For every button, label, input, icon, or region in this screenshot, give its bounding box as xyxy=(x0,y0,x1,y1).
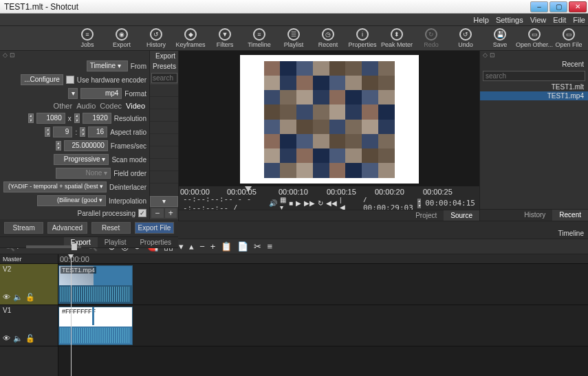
advanced-button[interactable]: Advanced xyxy=(47,222,87,234)
recent-item[interactable]: TEST1.mp4 xyxy=(480,91,588,100)
interp-dropdown[interactable]: (Bilinear (good xyxy=(37,195,106,206)
openfile-button[interactable]: ▭Open File xyxy=(554,27,584,49)
chevron-down-icon[interactable]: ▾ xyxy=(179,241,184,252)
undo-button[interactable]: ↺Undo xyxy=(450,27,481,49)
openother-button[interactable]: ▭Open Other... xyxy=(519,27,549,49)
timeline-playhead[interactable] xyxy=(71,254,72,376)
history-button[interactable]: ↺History xyxy=(141,27,171,49)
menu-view[interactable]: View xyxy=(530,16,547,24)
presets-list[interactable] xyxy=(150,85,178,196)
menu-settings[interactable]: Settings xyxy=(496,16,523,24)
skip-start-button[interactable]: |◀ xyxy=(340,196,345,211)
timeline-ruler[interactable]: 00:00:00 xyxy=(58,254,588,264)
res-height-input[interactable]: 1920 xyxy=(83,113,111,124)
clip[interactable]: TEST1.mp4 xyxy=(58,265,133,304)
grid-icon[interactable]: ▦ ▾ xyxy=(280,196,286,211)
save-button[interactable]: 💾Save xyxy=(485,27,515,49)
lock-icon[interactable]: 🔓 xyxy=(25,293,35,302)
export-button[interactable]: ◉Export xyxy=(107,27,137,49)
maximize-button[interactable]: ▢ xyxy=(549,1,567,12)
tab-audio[interactable]: Audio xyxy=(76,102,96,110)
close-button[interactable]: ✕ xyxy=(569,1,587,12)
master-track-header[interactable]: Master xyxy=(0,254,58,264)
peakmeter-button[interactable]: ⬍Peak Meter xyxy=(382,27,412,49)
recent-item[interactable]: TEST1.mlt xyxy=(480,82,588,91)
playlist-button[interactable]: ☰Playlist xyxy=(279,27,309,49)
asp-a-spinner[interactable]: ▴▾ xyxy=(45,127,50,137)
play-button[interactable]: ▶ xyxy=(296,199,301,207)
parallel-checkbox[interactable]: ✓ xyxy=(138,209,146,217)
clip[interactable]: #FFFFFFFF xyxy=(58,307,133,345)
recent-button[interactable]: ◷Recent xyxy=(313,27,343,49)
position-display[interactable]: 00:00:04:15 xyxy=(425,199,475,208)
redo-button[interactable]: ↻Redo xyxy=(416,27,446,49)
track-header-v2[interactable]: V2 👁🔈🔓 xyxy=(0,264,58,305)
track-header-v1[interactable]: V1 👁🔈🔓 xyxy=(0,305,58,346)
minus-icon[interactable]: − xyxy=(199,241,205,252)
field-dropdown[interactable]: None xyxy=(56,168,111,179)
scan-dropdown[interactable]: Progressive xyxy=(54,154,109,165)
reset-button[interactable]: Reset xyxy=(91,222,131,234)
export-file-button[interactable]: Export File xyxy=(135,222,174,234)
volume-icon[interactable]: 🔊 xyxy=(269,199,277,207)
menu-icon[interactable]: ≡ xyxy=(267,241,272,252)
stream-button[interactable]: Stream xyxy=(4,222,43,234)
fps-input[interactable]: 25.000000 xyxy=(64,140,108,151)
presets-search-input[interactable] xyxy=(151,73,177,83)
tab-other[interactable]: Other xyxy=(54,102,73,110)
keyframes-button[interactable]: ◆Keyframes xyxy=(175,27,206,49)
properties-button[interactable]: iProperties xyxy=(347,27,378,49)
bottom-tab-properties[interactable]: Properties xyxy=(133,237,178,247)
aspect-b-input[interactable]: 16 xyxy=(88,126,107,137)
track-v2[interactable]: TEST1.mp4 xyxy=(58,264,588,305)
track-v1[interactable]: #FFFFFFFF xyxy=(58,305,588,346)
res-width-input[interactable]: 1080 xyxy=(36,113,65,124)
menu-edit[interactable]: Edit xyxy=(553,16,566,24)
mute-icon[interactable]: 🔈 xyxy=(13,293,23,302)
format-expand-icon[interactable] xyxy=(68,88,78,99)
mute-icon[interactable]: 🔈 xyxy=(13,334,23,343)
minimize-button[interactable]: – xyxy=(530,1,548,12)
tab-codec[interactable]: Codec xyxy=(100,102,122,110)
res-h-spinner[interactable]: ▴▾ xyxy=(74,113,80,123)
preset-remove-button[interactable]: − xyxy=(151,208,164,218)
hw-encoder-checkbox[interactable] xyxy=(66,76,74,84)
bottom-tab-history[interactable]: History xyxy=(517,210,552,221)
paste-icon[interactable]: 📄 xyxy=(237,241,248,252)
player-tab-project[interactable]: Project xyxy=(409,210,444,221)
fps-spinner[interactable]: ▴▾ xyxy=(56,141,61,151)
asp-b-spinner[interactable]: ▴▾ xyxy=(80,127,85,137)
eye-icon[interactable]: 👁 xyxy=(3,293,10,302)
next-frame-button[interactable]: ▶▶ xyxy=(304,199,315,207)
plus-icon[interactable]: + xyxy=(210,241,216,252)
bottom-tab-recent[interactable]: Recent xyxy=(552,210,588,221)
configure-button[interactable]: ...Configure xyxy=(21,74,63,85)
cut-icon[interactable]: ✂ xyxy=(254,241,261,252)
time-ruler[interactable]: 00:00:00 00:00:05 00:00:10 00:00:15 00:0… xyxy=(179,186,479,197)
dock-handle-icon[interactable]: ◇ ⊡ xyxy=(0,51,149,59)
format-dropdown[interactable]: mp4 xyxy=(80,88,122,99)
eye-icon[interactable]: 👁 xyxy=(3,334,10,343)
chevron-up-icon[interactable]: ▴ xyxy=(189,241,194,252)
menu-help[interactable]: Help xyxy=(473,16,489,24)
loop-button[interactable]: ↻ xyxy=(318,199,323,207)
aspect-a-input[interactable]: 9 xyxy=(53,126,72,137)
tab-video[interactable]: Video xyxy=(126,102,145,110)
menu-file[interactable]: File xyxy=(573,16,585,24)
res-w-spinner[interactable]: ▴▾ xyxy=(28,113,34,123)
recent-search-input[interactable] xyxy=(483,71,585,81)
prev-button[interactable]: ◀◀ xyxy=(326,199,337,207)
player-tab-source[interactable]: Source xyxy=(444,210,479,221)
dock-handle-icon[interactable]: ◇ ⊡ xyxy=(480,51,588,59)
filters-button[interactable]: ▼Filters xyxy=(210,27,240,49)
presets-expand-icon[interactable] xyxy=(150,196,178,207)
position-spinner[interactable]: ▴▾ xyxy=(417,199,421,208)
stop-button[interactable]: ■ xyxy=(289,199,293,207)
from-dropdown[interactable]: Timeline xyxy=(87,60,128,71)
preset-add-button[interactable]: + xyxy=(165,208,177,218)
copy-icon[interactable]: 📋 xyxy=(221,241,232,252)
zoom-slider[interactable] xyxy=(26,245,81,248)
deint-dropdown[interactable]: (YADIF - temporal + spatial (best xyxy=(3,181,107,192)
timeline-button[interactable]: ≡Timeline xyxy=(244,27,274,49)
lock-icon[interactable]: 🔓 xyxy=(25,334,35,343)
